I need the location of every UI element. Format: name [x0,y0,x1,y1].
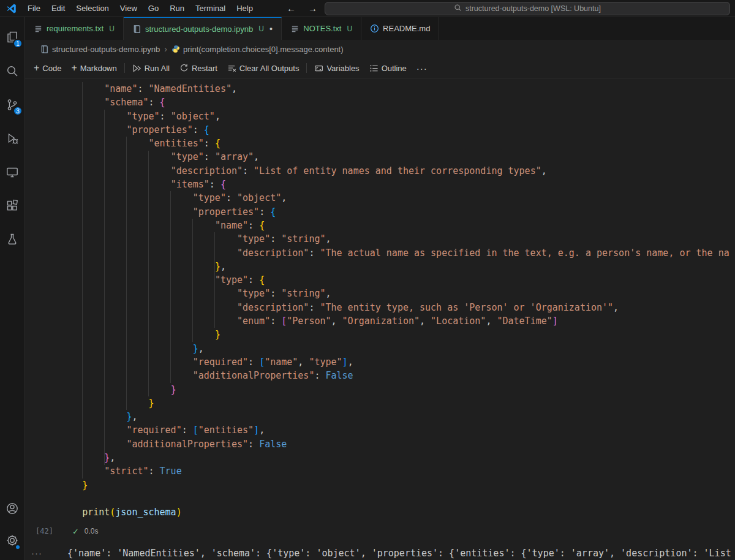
accounts-icon[interactable] [0,493,24,524]
activity-bar-bottom [0,493,24,556]
add-markdown-cell-button[interactable]: + Markdown [66,60,121,76]
run-all-icon [132,64,141,73]
outline-icon [369,64,379,73]
command-center-label: structured-outputs-demo [WSL: Ubuntu] [466,4,601,13]
output-overflow-icon[interactable]: ··· [31,547,42,560]
success-check-icon: ✓ [72,527,79,536]
plus-icon: + [34,63,39,73]
run-debug-icon[interactable] [0,121,24,155]
menu-terminal[interactable]: Terminal [190,0,231,17]
run-all-label: Run All [145,64,170,73]
plus-icon: + [71,63,77,73]
menu-run[interactable]: Run [164,0,190,17]
clear-all-icon [227,64,236,73]
ellipsis-icon: ··· [417,63,428,74]
remote-explorer-icon[interactable] [0,155,24,189]
restart-icon [179,64,189,73]
source-control-badge: 3 [13,106,23,116]
testing-icon[interactable] [0,222,24,256]
toolbar-separator [306,63,307,73]
activity-bar: 1 3 [0,17,25,560]
tab-label: structured-outputs-demo.ipynb [145,25,253,34]
search-view-icon[interactable] [0,54,24,88]
restart-button[interactable]: Restart [175,60,222,76]
add-code-cell-button[interactable]: + Code [29,60,66,76]
notebook-icon [40,45,49,54]
menu-view[interactable]: View [115,0,143,17]
text-file-icon [34,24,43,33]
title-bar: FileEditSelectionViewGoRunTerminalHelp ←… [0,0,735,17]
extensions-icon[interactable] [0,189,24,222]
outline-label: Outline [382,64,407,73]
notebook-toolbar: + Code + Markdown Run All Restart [25,58,735,78]
more-actions-button[interactable]: ··· [412,60,432,76]
run-all-button[interactable]: Run All [127,60,175,76]
menu-selection[interactable]: Selection [70,0,114,17]
vscode-logo-icon [6,3,17,14]
tab-requirements.txt[interactable]: requirements.txtU [25,17,124,40]
forward-arrow-icon[interactable]: → [308,3,317,13]
git-status-badge: U [109,25,115,33]
clear-outputs-label: Clear All Outputs [239,64,300,73]
text-file-icon [290,24,300,33]
history-nav: ← → [287,3,317,13]
menu-edit[interactable]: Edit [46,0,70,17]
breadcrumb: structured-outputs-demo.ipynb › print(co… [25,40,735,58]
add-code-label: Code [42,64,61,73]
breadcrumb-separator: › [164,44,167,54]
explorer-badge: 1 [13,39,23,48]
toolbar-separator [124,63,125,73]
tab-README.md[interactable]: README.md [361,17,439,40]
notebook-icon [132,25,141,34]
tab-structured-outputs-demo.ipynb[interactable]: structured-outputs-demo.ipynbU● [124,17,282,40]
execution-count: [42] [36,527,53,535]
menu-help[interactable]: Help [231,0,258,17]
add-markdown-label: Markdown [80,64,117,73]
tab-label: NOTES.txt [303,24,341,33]
notebook-editor: "name": "NamedEntities", "schema": { "ty… [25,78,735,560]
variables-button[interactable]: Variables [309,60,364,76]
git-status-badge: U [258,25,264,33]
tab-NOTES.txt[interactable]: NOTES.txtU [282,17,361,40]
code-block[interactable]: "name": "NamedEntities", "schema": { "ty… [60,82,729,520]
explorer-icon[interactable]: 1 [0,20,24,54]
info-icon [370,24,379,33]
search-icon [454,4,462,13]
variables-icon [314,64,323,73]
settings-badge [15,544,21,550]
menu-go[interactable]: Go [143,0,164,17]
cell-status-row: [42] ✓ 0.0s [36,524,99,539]
variables-label: Variables [326,64,359,73]
outline-button[interactable]: Outline [364,60,412,76]
menu-file[interactable]: File [22,0,46,17]
tab-label: README.md [383,24,430,33]
source-control-icon[interactable]: 3 [0,88,24,121]
output-text: {'name': 'NamedEntities', 'schema': {'ty… [67,547,731,560]
clear-outputs-button[interactable]: Clear All Outputs [222,60,304,76]
unsaved-dot-icon[interactable]: ● [270,26,273,32]
breadcrumb-cell[interactable]: print(completion.choices[0].message.cont… [183,45,344,54]
menu-bar: FileEditSelectionViewGoRunTerminalHelp [22,0,258,17]
back-arrow-icon[interactable]: ← [287,3,296,13]
git-status-badge: U [347,25,352,33]
tab-bar: requirements.txtUstructured-outputs-demo… [25,17,735,40]
python-symbol-icon [172,45,180,53]
breadcrumb-file[interactable]: structured-outputs-demo.ipynb [52,45,160,54]
cell-duration: 0.0s [85,527,99,535]
tab-label: requirements.txt [47,24,104,33]
cell-output: ··· {'name': 'NamedEntities', 'schema': … [25,547,735,560]
restart-label: Restart [192,64,217,73]
command-center-search[interactable]: structured-outputs-demo [WSL: Ubuntu] [325,2,730,15]
settings-gear-icon[interactable] [0,524,24,556]
